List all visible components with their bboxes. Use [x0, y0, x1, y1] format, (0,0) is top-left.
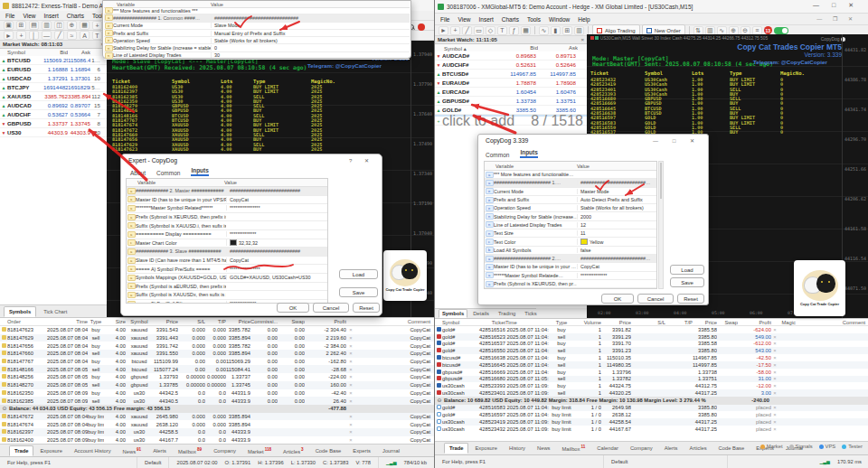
tab-trade[interactable]: Trade — [444, 443, 468, 454]
reset-button[interactable]: Reset — [353, 303, 380, 313]
menu-view[interactable]: View — [458, 16, 470, 23]
close-position-icon[interactable]: × — [773, 348, 776, 353]
order-row[interactable]: 8181476292025.08.07 08:04:51sell4.00xauu… — [0, 334, 434, 342]
input-row[interactable]: a############ 2. Master ################… — [127, 187, 327, 196]
position-row[interactable]: gold#428516516 2025.08.07 11:04:buy13391… — [435, 326, 868, 333]
terminal-table-header[interactable]: OrderTimeTypeSizeSymbolPriceS/LT/PPriceC… — [0, 317, 434, 326]
notifications-badge[interactable]: 13 — [764, 26, 772, 34]
ok-button[interactable]: OK — [277, 303, 309, 313]
save-button[interactable]: Save — [670, 277, 704, 287]
menu-insert[interactable]: Insert — [478, 16, 493, 23]
input-row[interactable]: a*** More features and functionalities *… — [104, 7, 410, 14]
tab-code-base[interactable]: Code Base — [310, 445, 347, 456]
corner-tool-market[interactable]: Market — [760, 444, 783, 449]
toolbar-icon[interactable]: ▥ — [574, 26, 584, 35]
input-row[interactable]: a===== A) Symbol Pre/Sufix =====********… — [127, 265, 327, 274]
close-position-icon[interactable]: × — [773, 390, 776, 396]
position-row[interactable]: gbpusd#428516680 2025.08.07 11:05:sell11… — [435, 376, 868, 383]
close-position-icon[interactable]: × — [773, 383, 776, 388]
tab-journal[interactable]: Journal — [377, 445, 405, 456]
scrollbar[interactable] — [658, 161, 664, 289]
market-watch-row-audchf[interactable]: ▲AUDCHF0.536270.536647 — [0, 110, 107, 119]
input-row[interactable]: aPrefix (Symbol is aEURUSD, then prefix … — [127, 283, 327, 292]
dialog-controls[interactable]: — □ ✕ — [653, 137, 701, 144]
close-order-icon[interactable]: × — [349, 414, 352, 419]
tab-ticks[interactable]: Ticks — [521, 309, 540, 318]
order-row[interactable]: 8181482702025.08.07 08:05:02sell4.00gbpu… — [0, 381, 434, 389]
tab-common[interactable]: Common — [486, 152, 509, 158]
tab-mailbox[interactable]: Mailbox11 — [557, 442, 591, 454]
toolbar-icon[interactable]: ◇ — [486, 26, 495, 35]
input-row[interactable]: a========== Display ==========**********… — [127, 230, 327, 239]
corner-tool-tester[interactable]: Tester — [842, 444, 863, 449]
tab-exposure[interactable]: Exposure — [34, 445, 68, 456]
market-watch-row-gbpusd#[interactable]: ▲GBPUSD#1.337381.33751 — [435, 97, 587, 106]
close-order-icon[interactable]: × — [349, 382, 352, 388]
position-row[interactable]: gold#428516583 2025.08.07 11:04:buy limi… — [435, 405, 868, 412]
order-row[interactable]: 8181476722025.08.07 08:04:54buy limit4.0… — [0, 413, 434, 421]
position-row[interactable]: btcusd#428516645 2025.08.07 11:04:sell11… — [435, 361, 868, 369]
market-watch-row-euraud#[interactable]: ▼EURAUD#1.788781.78908 — [435, 79, 587, 88]
close-order-icon[interactable]: × — [349, 343, 352, 349]
input-row[interactable]: ePrefix and SuffixAuto Detect Prefix and… — [485, 196, 656, 204]
close-position-icon[interactable]: × — [773, 334, 776, 340]
toolbar-icon[interactable]: ▮ — [551, 26, 561, 35]
tab-mailbox[interactable]: Mailbox89 — [173, 445, 207, 457]
position-row[interactable]: btcusd#428516638 2025.08.07 11:04:buy111… — [435, 354, 868, 361]
close-order-icon[interactable]: × — [349, 390, 352, 396]
toolbar-icon[interactable]: ⊕ — [729, 26, 739, 35]
position-row[interactable]: us30cash428523393 2025.08.07 11:09:buy14… — [435, 382, 868, 389]
input-row[interactable]: nStabilizing Delay for Stable (increase … — [104, 44, 410, 51]
position-row[interactable]: us30cash428523419 2025.08.07 11:09:buy l… — [435, 418, 868, 426]
save-button[interactable]: Save — [339, 287, 378, 297]
order-row[interactable]: 8181623972025.08.07 08:09:30buy limit4.0… — [0, 428, 434, 436]
close-order-icon[interactable]: × — [349, 398, 352, 404]
tab-alerts[interactable]: Alerts — [659, 443, 684, 454]
close-position-icon[interactable]: × — [773, 419, 776, 425]
tab-history[interactable]: History — [504, 443, 531, 454]
tab-trade[interactable]: Trade — [9, 445, 33, 456]
market-watch-row-audchf#[interactable]: ▼AUDCHF#0.526310.52646 — [435, 61, 587, 70]
tab-news[interactable]: News91 — [118, 445, 147, 457]
toolbar-icon[interactable]: ╱ — [54, 31, 64, 40]
market-watch-add-row[interactable]: + click to add 8 / 1518 — [435, 117, 587, 126]
market-watch-row-btcusd#[interactable]: ▲BTCUSD#114967.85114997.85 — [435, 70, 587, 79]
tab-details[interactable]: Details — [469, 309, 493, 318]
tab-account-history[interactable]: Account History — [69, 445, 117, 456]
market-watch-row-xauusd[interactable]: ▲XAUUSD3385.7623385.894112 — [0, 92, 107, 101]
input-row[interactable]: a******Master Symbol Relatede…**********… — [485, 272, 656, 280]
market-watch-row-us30[interactable]: ▼US3044303.944303.920 — [0, 128, 107, 137]
close-order-icon[interactable]: × — [349, 359, 352, 364]
input-row[interactable]: eCurrent ModeMaster Mode — [485, 188, 656, 196]
position-row[interactable]: gold#428516523 2025.08.07 11:04:sell1339… — [435, 333, 868, 341]
tab-code-base[interactable]: Code Base — [713, 443, 750, 454]
cancel-button[interactable]: Cancel — [313, 303, 349, 313]
menu-help[interactable]: Help — [578, 16, 590, 23]
reset-button[interactable]: Reset — [677, 294, 704, 304]
input-row[interactable]: aSlave ID (Can have more than 1 MT4/5 ha… — [127, 257, 327, 266]
news-icon[interactable] — [418, 23, 425, 31]
input-row[interactable]: a********Master Symbol Related**********… — [127, 204, 327, 213]
tab-news[interactable]: News — [532, 443, 556, 454]
tab-alerts[interactable]: Alerts — [147, 445, 172, 456]
position-row[interactable]: gold#428516550 2025.08.07 11:04:sell1339… — [435, 347, 868, 354]
toolbar-icon[interactable]: ► — [4, 31, 14, 40]
close-position-icon[interactable]: × — [773, 426, 776, 432]
toolbar-icon[interactable]: ╱ — [462, 26, 472, 35]
input-row[interactable]: eOperation SpeedStable (Works for all br… — [485, 204, 656, 212]
close-order-icon[interactable]: × — [349, 374, 352, 379]
menu-charts[interactable]: Charts — [502, 16, 519, 23]
position-row[interactable]: us30cash428523432 2025.08.07 11:09:buy l… — [435, 426, 868, 433]
input-row[interactable]: nLine of Latested Display Trades12 — [485, 221, 656, 229]
market-watch-row-audcad#[interactable]: ▼AUDCAD#0.896830.89713 — [435, 51, 587, 61]
chart-window-controls[interactable]: — ❐ ✕ — [816, 15, 857, 22]
order-row[interactable]: 8181476232025.08.07 08:04:50buy4.00xauus… — [0, 326, 434, 334]
market-watch-row-usdcad[interactable]: ▲USDCAD1.372911.3730110 — [0, 74, 107, 83]
toolbar-icon[interactable]: │ — [29, 31, 39, 40]
toolbar-icon[interactable]: ∿ — [539, 26, 549, 35]
toolbar-icon[interactable]: ► — [439, 26, 448, 35]
tab-exposure[interactable]: Exposure — [469, 443, 503, 454]
connection-toggle[interactable] — [774, 27, 788, 34]
market-watch-row-eurcad#[interactable]: ▲EURCAD#1.604541.60476 — [435, 88, 587, 97]
toolbar-icon[interactable]: — — [42, 31, 52, 40]
